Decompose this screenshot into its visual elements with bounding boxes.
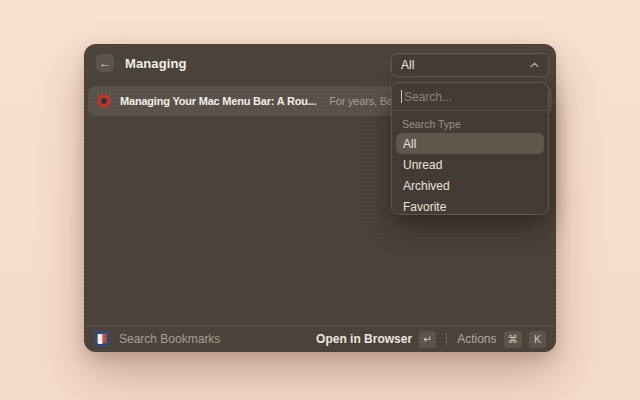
command-key-badge: ⌘: [504, 331, 523, 348]
bookmarks-app-icon: [94, 331, 110, 347]
dropdown-search-input[interactable]: Search...: [392, 83, 548, 111]
dropdown-option-all[interactable]: All: [396, 133, 544, 154]
open-in-browser-button[interactable]: Open in Browser: [316, 332, 412, 346]
desktop-background: ← Managing All Managing Your Mac Menu Ba…: [0, 0, 640, 400]
text-cursor: [401, 90, 402, 103]
dropdown-section-label: Search Type: [392, 111, 548, 133]
search-type-select[interactable]: All: [391, 53, 549, 77]
bookmark-favicon-icon: [97, 94, 111, 108]
footer-actions: Open in Browser ↵ Actions ⌘ K: [316, 331, 546, 348]
launcher-window: ← Managing All Managing Your Mac Menu Ba…: [84, 44, 556, 352]
search-type-dropdown-panel: Search... Search Type All Unread Archive…: [391, 82, 549, 215]
dropdown-option-archived[interactable]: Archived: [396, 175, 544, 196]
chevron-up-icon: [530, 62, 539, 68]
bookmark-title: Managing Your Mac Menu Bar: A Rou...: [120, 95, 316, 107]
actions-button[interactable]: Actions: [457, 332, 496, 346]
search-type-selected-value: All: [401, 58, 414, 72]
dropdown-option-favorite[interactable]: Favorite: [396, 196, 544, 215]
k-key-badge: K: [529, 331, 546, 348]
dropdown-search-placeholder: Search...: [404, 90, 452, 104]
command-name: Search Bookmarks: [119, 332, 220, 346]
back-button[interactable]: ←: [96, 54, 114, 72]
return-key-badge: ↵: [419, 331, 436, 348]
footer-divider: [446, 333, 447, 346]
search-query-text[interactable]: Managing: [125, 56, 186, 71]
dropdown-option-unread[interactable]: Unread: [396, 154, 544, 175]
status-bar: Search Bookmarks Open in Browser ↵ Actio…: [84, 325, 556, 352]
back-arrow-icon: ←: [99, 57, 111, 69]
